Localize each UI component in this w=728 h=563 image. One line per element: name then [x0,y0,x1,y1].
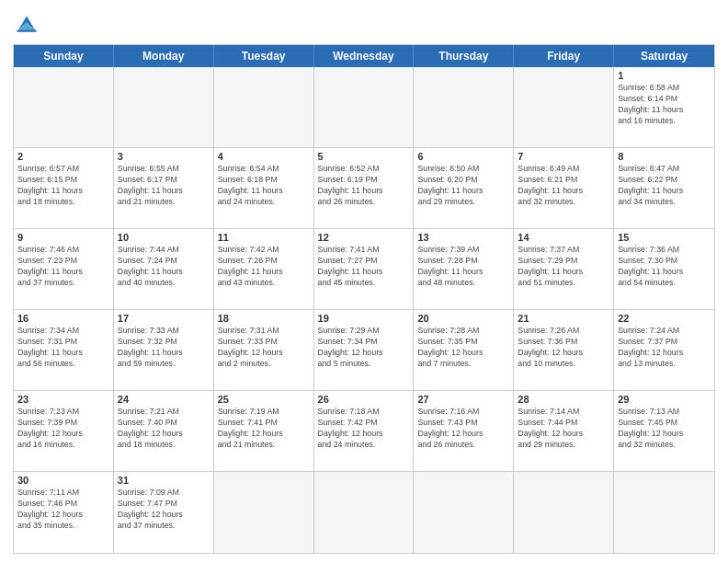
day-info: Sunrise: 7:44 AM Sunset: 7:24 PM Dayligh… [118,245,210,289]
day-info: Sunrise: 6:55 AM Sunset: 6:17 PM Dayligh… [118,164,210,208]
calendar-cell: 1Sunrise: 6:58 AM Sunset: 6:14 PM Daylig… [614,67,714,147]
calendar-cell [214,472,314,553]
day-info: Sunrise: 7:16 AM Sunset: 7:43 PM Dayligh… [417,407,509,451]
day-number: 28 [518,394,609,405]
calendar-cell [314,472,415,553]
day-number: 25 [218,394,310,405]
calendar-cell [614,472,714,553]
day-number: 2 [17,151,109,162]
day-info: Sunrise: 6:47 AM Sunset: 6:22 PM Dayligh… [618,164,711,208]
svg-rect-3 [17,30,37,32]
day-info: Sunrise: 7:29 AM Sunset: 7:34 PM Dayligh… [318,326,410,370]
day-number: 29 [618,394,711,405]
calendar-cell: 9Sunrise: 7:46 AM Sunset: 7:23 PM Daylig… [14,229,114,309]
day-info: Sunrise: 7:13 AM Sunset: 7:45 PM Dayligh… [618,407,711,451]
day-info: Sunrise: 6:54 AM Sunset: 6:18 PM Dayligh… [218,164,310,208]
day-number: 10 [118,232,210,243]
header [13,9,715,37]
day-info: Sunrise: 7:09 AM Sunset: 7:47 PM Dayligh… [118,488,210,532]
calendar-cell: 11Sunrise: 7:42 AM Sunset: 7:26 PM Dayli… [214,229,314,309]
calendar-body: 1Sunrise: 6:58 AM Sunset: 6:14 PM Daylig… [14,67,714,553]
calendar-cell [414,67,514,147]
day-number: 7 [518,151,609,162]
page: SundayMondayTuesdayWednesdayThursdayFrid… [0,0,728,563]
calendar-cell: 2Sunrise: 6:57 AM Sunset: 6:15 PM Daylig… [14,148,114,228]
calendar-row: 30Sunrise: 7:11 AM Sunset: 7:46 PM Dayli… [14,472,714,553]
day-of-week-header: Wednesday [314,45,415,67]
day-number: 20 [417,313,509,324]
day-number: 24 [118,394,210,405]
calendar-cell: 15Sunrise: 7:36 AM Sunset: 7:30 PM Dayli… [614,229,714,309]
day-number: 9 [17,232,109,243]
day-info: Sunrise: 7:23 AM Sunset: 7:39 PM Dayligh… [17,407,109,451]
calendar-row: 9Sunrise: 7:46 AM Sunset: 7:23 PM Daylig… [14,229,714,310]
day-info: Sunrise: 6:49 AM Sunset: 6:21 PM Dayligh… [518,164,609,208]
calendar-cell: 8Sunrise: 6:47 AM Sunset: 6:22 PM Daylig… [614,148,714,228]
calendar-cell: 14Sunrise: 7:37 AM Sunset: 7:29 PM Dayli… [514,229,614,309]
day-number: 26 [318,394,410,405]
day-number: 5 [318,151,410,162]
day-info: Sunrise: 7:37 AM Sunset: 7:29 PM Dayligh… [518,245,609,289]
calendar-cell: 20Sunrise: 7:28 AM Sunset: 7:35 PM Dayli… [414,310,514,390]
calendar-cell: 16Sunrise: 7:34 AM Sunset: 7:31 PM Dayli… [14,310,114,390]
calendar-cell: 26Sunrise: 7:18 AM Sunset: 7:42 PM Dayli… [314,391,415,471]
calendar-cell: 19Sunrise: 7:29 AM Sunset: 7:34 PM Dayli… [314,310,415,390]
day-number: 8 [618,151,711,162]
day-info: Sunrise: 7:21 AM Sunset: 7:40 PM Dayligh… [118,407,210,451]
day-number: 18 [218,313,310,324]
logo [13,9,44,37]
day-of-week-header: Thursday [414,45,514,67]
calendar-cell: 4Sunrise: 6:54 AM Sunset: 6:18 PM Daylig… [214,148,314,228]
day-info: Sunrise: 7:41 AM Sunset: 7:27 PM Dayligh… [318,245,410,289]
day-number: 15 [618,232,711,243]
calendar-cell: 29Sunrise: 7:13 AM Sunset: 7:45 PM Dayli… [614,391,714,471]
day-number: 1 [618,70,711,81]
day-info: Sunrise: 7:42 AM Sunset: 7:26 PM Dayligh… [218,245,310,289]
day-info: Sunrise: 6:50 AM Sunset: 6:20 PM Dayligh… [417,164,509,208]
calendar-cell: 28Sunrise: 7:14 AM Sunset: 7:44 PM Dayli… [514,391,614,471]
calendar-cell: 12Sunrise: 7:41 AM Sunset: 7:27 PM Dayli… [314,229,415,309]
calendar-cell [114,67,214,147]
calendar-row: 2Sunrise: 6:57 AM Sunset: 6:15 PM Daylig… [14,148,714,229]
day-of-week-header: Tuesday [214,45,314,67]
day-number: 16 [17,313,109,324]
day-info: Sunrise: 7:18 AM Sunset: 7:42 PM Dayligh… [318,407,410,451]
calendar-cell: 22Sunrise: 7:24 AM Sunset: 7:37 PM Dayli… [614,310,714,390]
calendar-cell: 27Sunrise: 7:16 AM Sunset: 7:43 PM Dayli… [414,391,514,471]
day-info: Sunrise: 6:58 AM Sunset: 6:14 PM Dayligh… [618,83,711,127]
day-info: Sunrise: 7:19 AM Sunset: 7:41 PM Dayligh… [218,407,310,451]
day-of-week-header: Sunday [14,45,114,67]
generalblue-logo-icon [13,9,40,37]
day-info: Sunrise: 6:52 AM Sunset: 6:19 PM Dayligh… [318,164,410,208]
calendar-cell: 24Sunrise: 7:21 AM Sunset: 7:40 PM Dayli… [114,391,214,471]
calendar-cell [314,67,415,147]
calendar-cell: 7Sunrise: 6:49 AM Sunset: 6:21 PM Daylig… [514,148,614,228]
calendar-cell: 17Sunrise: 7:33 AM Sunset: 7:32 PM Dayli… [114,310,214,390]
day-info: Sunrise: 7:31 AM Sunset: 7:33 PM Dayligh… [218,326,310,370]
calendar-row: 23Sunrise: 7:23 AM Sunset: 7:39 PM Dayli… [14,391,714,472]
calendar-cell: 10Sunrise: 7:44 AM Sunset: 7:24 PM Dayli… [114,229,214,309]
day-info: Sunrise: 7:26 AM Sunset: 7:36 PM Dayligh… [518,326,609,370]
day-number: 23 [17,394,109,405]
calendar-cell [414,472,514,553]
calendar-cell [14,67,114,147]
day-number: 22 [618,313,711,324]
day-number: 19 [318,313,410,324]
calendar-cell: 3Sunrise: 6:55 AM Sunset: 6:17 PM Daylig… [114,148,214,228]
calendar-cell: 18Sunrise: 7:31 AM Sunset: 7:33 PM Dayli… [214,310,314,390]
day-info: Sunrise: 7:24 AM Sunset: 7:37 PM Dayligh… [618,326,711,370]
day-info: Sunrise: 7:36 AM Sunset: 7:30 PM Dayligh… [618,245,711,289]
day-number: 3 [118,151,210,162]
day-number: 4 [218,151,310,162]
day-number: 31 [118,475,210,486]
day-info: Sunrise: 7:34 AM Sunset: 7:31 PM Dayligh… [17,326,109,370]
day-of-week-header: Monday [114,45,214,67]
day-number: 21 [518,313,609,324]
day-info: Sunrise: 7:28 AM Sunset: 7:35 PM Dayligh… [417,326,509,370]
day-info: Sunrise: 7:33 AM Sunset: 7:32 PM Dayligh… [118,326,210,370]
day-info: Sunrise: 7:39 AM Sunset: 7:28 PM Dayligh… [417,245,509,289]
day-number: 30 [17,475,109,486]
day-number: 17 [118,313,210,324]
day-info: Sunrise: 7:11 AM Sunset: 7:46 PM Dayligh… [17,488,109,532]
calendar-cell: 5Sunrise: 6:52 AM Sunset: 6:19 PM Daylig… [314,148,415,228]
